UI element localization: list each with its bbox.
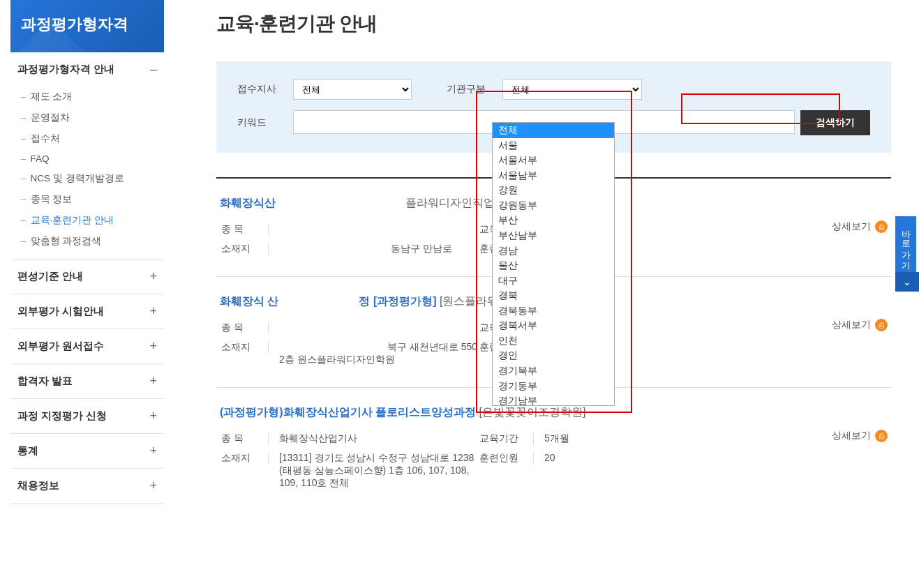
- quick-menu: 바로가기 ⌄: [895, 216, 919, 292]
- value-sojaeji: [13311] 경기도 성남시 수정구 성남대로 1238 (태평동 삼능스페이…: [269, 452, 478, 490]
- value-sojaeji: 북구 새천년대로 550 2층 원스플라워디자인학원: [269, 341, 478, 366]
- main-content: 교육·훈련기관 안내 접수지사 전체 기관구분 전체 키워드 검색하기: [174, 0, 919, 538]
- quick-link-button[interactable]: 바로가기: [895, 216, 916, 272]
- expand-icon: +: [149, 339, 157, 354]
- branch-dropdown-open: 전체서울서울서부서울남부강원강원동부부산부산남부경남울산대구경북경북동부경북서부…: [492, 122, 615, 406]
- branch-option[interactable]: 전체: [493, 123, 614, 138]
- chevron-down-icon[interactable]: ⌄: [895, 272, 919, 292]
- label-sojaeji: 소재지: [220, 243, 269, 255]
- sidebar-section-label: 외부평가 시험안내: [17, 305, 104, 318]
- result-item: (과정평가형)화훼장식산업기사 플로리스트양성과정 [은빛꽃꽂이조경학원] 종 …: [216, 388, 891, 511]
- branch-option-list[interactable]: 전체서울서울서부서울남부강원강원동부부산부산남부경남울산대구경북경북동부경북서부…: [493, 123, 614, 405]
- label-sojaeji: 소재지: [220, 452, 269, 465]
- page-title: 교육·훈련기관 안내: [216, 10, 891, 37]
- sidebar-item-system-intro[interactable]: 제도 소개: [14, 86, 160, 107]
- branch-option[interactable]: 경기남부: [493, 393, 614, 405]
- sidebar: 과정평가형자격 과정평가형자격 안내 – 제도 소개 운영절차 접수처 FAQ …: [0, 0, 174, 538]
- title-text: (과정평가형)화훼장식산업기사 플로리스트양성과정: [220, 406, 476, 418]
- expand-icon: +: [149, 409, 157, 423]
- branch-option[interactable]: 경남: [493, 243, 614, 259]
- expand-icon: +: [149, 269, 157, 284]
- sidebar-section-exam[interactable]: 외부평가 시험안내+: [10, 294, 164, 329]
- label-gigan: 교육기간: [478, 432, 534, 445]
- detail-link[interactable]: 상세보기 ⎙: [832, 319, 888, 331]
- label-jongmok: 종 목: [220, 223, 269, 236]
- sidebar-section-label: 편성기준 안내: [17, 270, 83, 283]
- sidebar-section-pass[interactable]: 합격자 발표+: [10, 364, 164, 398]
- sidebar-item-ncs[interactable]: NCS 및 경력개발경로: [14, 168, 160, 189]
- sidebar-section-apply[interactable]: 외부평가 원서접수+: [10, 329, 164, 363]
- title-inst: [은빛꽃꽂이조경학원]: [476, 406, 585, 418]
- branch-option[interactable]: 강원: [493, 183, 614, 198]
- expand-icon: +: [149, 374, 157, 389]
- label-keyword: 키워드: [237, 116, 293, 129]
- value-inwon: 20: [534, 452, 659, 463]
- sidebar-section-label: 외부평가 원서접수: [17, 340, 104, 353]
- value-gigan: 5개월: [534, 432, 659, 445]
- detail-link[interactable]: 상세보기 ⎙: [832, 220, 888, 233]
- sidebar-item-jongmok[interactable]: 종목 정보: [14, 189, 160, 210]
- result-title[interactable]: (과정평가형)화훼장식산업기사 플로리스트양성과정 [은빛꽃꽂이조경학원]: [220, 405, 888, 420]
- branch-option[interactable]: 경기북부: [493, 363, 614, 379]
- detail-link[interactable]: 상세보기 ⎙: [832, 430, 888, 442]
- sidebar-title: 과정평가형자격: [10, 0, 164, 52]
- select-branch[interactable]: 전체: [293, 79, 412, 100]
- detail-label: 상세보기: [832, 220, 871, 233]
- branch-option[interactable]: 경북동부: [493, 303, 614, 319]
- sidebar-section-intro[interactable]: 과정평가형자격 안내 –: [10, 52, 164, 86]
- sidebar-item-process[interactable]: 운영절차: [14, 107, 160, 128]
- expand-icon: +: [149, 478, 157, 493]
- sidebar-section-jobs[interactable]: 채용정보+: [10, 469, 164, 503]
- sidebar-section-request[interactable]: 과정 지정평가 신청+: [10, 399, 164, 433]
- sidebar-item-reception[interactable]: 접수처: [14, 128, 160, 149]
- sidebar-section-label: 과정 지정평가 신청: [17, 409, 107, 423]
- branch-option[interactable]: 부산남부: [493, 228, 614, 243]
- value-sojaeji: 동남구 만남로: [269, 243, 478, 255]
- branch-option[interactable]: 인천: [493, 333, 614, 349]
- sidebar-section-label: 합격자 발표: [17, 375, 73, 388]
- branch-option[interactable]: 부산: [493, 213, 614, 228]
- title-text: 화훼장식산: [220, 197, 276, 209]
- branch-option[interactable]: 경북서부: [493, 318, 614, 333]
- collapse-icon: –: [150, 62, 157, 77]
- sidebar-section-label: 채용정보: [17, 479, 59, 492]
- search-button[interactable]: 검색하기: [800, 110, 870, 135]
- label-branch: 접수지사: [237, 83, 293, 96]
- sidebar-section-stats[interactable]: 통계+: [10, 434, 164, 468]
- sidebar-item-custom-search[interactable]: 맞춤형 과정검색: [14, 231, 160, 252]
- title-mid: 정 [과정평가형]: [359, 295, 436, 307]
- label-jongmok: 종 목: [220, 432, 269, 445]
- expand-icon: +: [149, 304, 157, 319]
- label-jongmok: 종 목: [220, 322, 269, 334]
- select-orgtype[interactable]: 전체: [502, 79, 642, 100]
- branch-option[interactable]: 울산: [493, 258, 614, 273]
- branch-option[interactable]: 강원동부: [493, 198, 614, 213]
- sidebar-section-label: 과정평가형자격 안내: [17, 63, 114, 76]
- detail-label: 상세보기: [832, 319, 871, 331]
- label-inwon: 훈련인원: [478, 452, 534, 465]
- branch-option[interactable]: 경북: [493, 288, 614, 303]
- sidebar-sub-list: 제도 소개 운영절차 접수처 FAQ NCS 및 경력개발경로 종목 정보 교육…: [10, 86, 164, 259]
- title-text: 화훼장식 산: [220, 295, 278, 307]
- detail-label: 상세보기: [832, 430, 871, 442]
- label-sojaeji: 소재지: [220, 341, 269, 354]
- branch-option[interactable]: 경인: [493, 348, 614, 363]
- sidebar-section-label: 통계: [17, 444, 38, 458]
- expand-icon: +: [149, 444, 157, 458]
- value-jongmok: 화훼장식산업기사: [269, 432, 478, 445]
- sidebar-item-faq[interactable]: FAQ: [14, 149, 160, 168]
- branch-option[interactable]: 서울: [493, 138, 614, 153]
- print-icon: ⎙: [875, 220, 888, 233]
- sidebar-section-criteria[interactable]: 편성기준 안내+: [10, 259, 164, 294]
- branch-option[interactable]: 대구: [493, 273, 614, 289]
- sidebar-item-training-inst[interactable]: 교육·훈련기관 안내: [14, 210, 160, 231]
- print-icon: ⎙: [875, 430, 888, 442]
- branch-option[interactable]: 서울남부: [493, 168, 614, 183]
- label-orgtype: 기관구분: [447, 83, 502, 96]
- branch-option[interactable]: 서울서부: [493, 153, 614, 168]
- branch-option[interactable]: 경기동부: [493, 379, 614, 394]
- print-icon: ⎙: [875, 319, 888, 331]
